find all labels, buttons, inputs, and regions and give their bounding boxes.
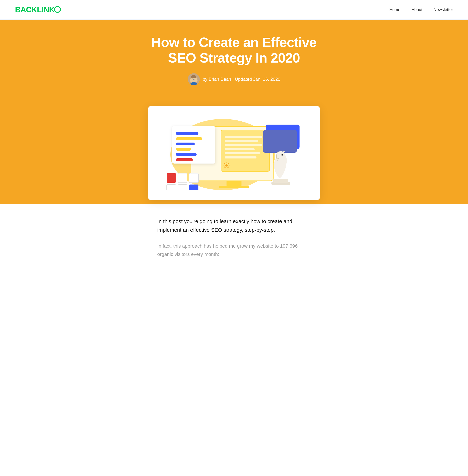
intro-paragraph: In this post you're going to learn exact… [157, 217, 311, 234]
site-header: BACKLINK Home About Newsletter [0, 0, 468, 20]
svg-rect-25 [176, 153, 197, 156]
svg-rect-26 [176, 158, 193, 161]
svg-rect-24 [176, 148, 191, 151]
hero-title: How to Create an Effective SEO Strategy … [150, 35, 318, 66]
svg-rect-9 [227, 181, 241, 186]
svg-rect-36 [189, 173, 198, 183]
svg-point-19 [225, 164, 228, 167]
svg-rect-22 [176, 137, 202, 140]
svg-rect-23 [176, 143, 195, 145]
svg-rect-14 [225, 144, 262, 146]
svg-rect-37 [167, 184, 176, 190]
hero-card [148, 106, 320, 200]
svg-rect-30 [273, 179, 288, 183]
svg-rect-28 [263, 130, 297, 153]
svg-point-33 [278, 158, 279, 159]
svg-rect-15 [225, 148, 255, 150]
hero-content: How to Create an Effective SEO Strategy … [131, 20, 337, 189]
logo-circle-icon [54, 6, 61, 13]
svg-rect-34 [167, 173, 176, 183]
main-content: In this post you're going to learn exact… [150, 204, 318, 270]
secondary-paragraph: In fact, this approach has helped me gro… [157, 242, 311, 258]
svg-point-5 [190, 77, 192, 79]
svg-point-32 [282, 154, 283, 155]
hero-section: How to Create an Effective SEO Strategy … [0, 20, 468, 204]
hero-image-container [148, 106, 320, 200]
svg-rect-35 [178, 173, 187, 183]
svg-point-6 [196, 77, 197, 79]
svg-rect-17 [225, 156, 256, 158]
svg-rect-38 [178, 184, 187, 190]
svg-rect-21 [176, 132, 198, 135]
author-avatar [188, 73, 200, 85]
author-line: by Brian Dean · Updated Jan. 16, 2020 [142, 73, 326, 85]
logo-text: BACKLINK [15, 5, 55, 14]
hero-illustration [159, 115, 309, 190]
svg-rect-16 [225, 152, 260, 154]
svg-rect-13 [225, 140, 258, 142]
author-text: by Brian Dean · Updated Jan. 16, 2020 [203, 77, 280, 82]
svg-rect-39 [189, 184, 198, 190]
nav-newsletter[interactable]: Newsletter [434, 7, 453, 12]
logo[interactable]: BACKLINK [15, 5, 61, 14]
svg-rect-12 [225, 136, 262, 138]
svg-rect-10 [219, 186, 249, 188]
nav-home[interactable]: Home [389, 7, 400, 12]
nav-about[interactable]: About [412, 7, 423, 12]
main-nav: Home About Newsletter [389, 7, 453, 12]
